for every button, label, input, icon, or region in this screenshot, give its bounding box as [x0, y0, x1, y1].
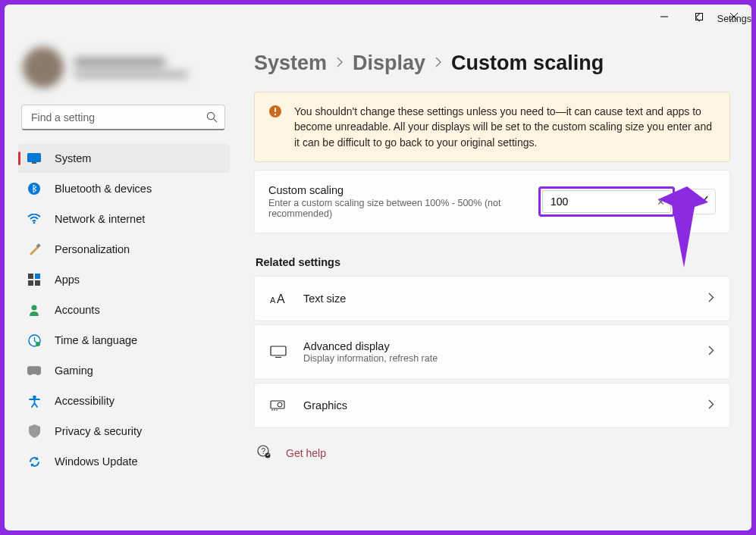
help-label: Get help — [286, 447, 326, 459]
svg-point-21 — [274, 114, 276, 115]
breadcrumb-system[interactable]: System — [254, 52, 327, 75]
svg-rect-12 — [35, 274, 40, 279]
warning-icon — [268, 104, 282, 150]
rel-title: Text size — [303, 293, 692, 305]
get-help-link[interactable]: ? Get help — [254, 431, 730, 475]
svg-rect-6 — [27, 153, 41, 162]
svg-rect-24 — [271, 346, 286, 355]
nav-label: Time & language — [55, 334, 137, 346]
title-bar: Settings — [5, 5, 751, 29]
avatar — [23, 47, 64, 88]
nav-accessibility[interactable]: Accessibility — [18, 386, 230, 415]
back-button[interactable] — [693, 12, 704, 26]
nav-personalization[interactable]: Personalization — [18, 235, 230, 264]
nav-list: System Bluetooth & devices Network & int… — [18, 144, 230, 477]
rel-sub: Display information, refresh rate — [303, 353, 692, 364]
rel-title: Advanced display — [303, 340, 692, 352]
svg-point-17 — [36, 342, 40, 346]
bluetooth-icon — [27, 182, 41, 196]
breadcrumb-display[interactable]: Display — [353, 52, 425, 75]
brush-icon — [27, 242, 41, 256]
svg-rect-20 — [274, 108, 276, 112]
warning-text: You shouldn't change these settings unle… — [294, 104, 716, 150]
search-icon — [206, 111, 218, 126]
nav-label: Network & internet — [55, 213, 145, 225]
gpu-icon — [270, 399, 287, 411]
nav-update[interactable]: Windows Update — [18, 447, 230, 476]
svg-text:A: A — [270, 296, 276, 305]
apply-button[interactable] — [690, 189, 716, 214]
chevron-right-icon — [708, 345, 714, 358]
svg-point-18 — [33, 395, 36, 399]
apps-icon — [27, 273, 41, 286]
chevron-right-icon — [708, 292, 714, 305]
svg-line-5 — [214, 119, 217, 122]
breadcrumb: System Display Custom scaling — [254, 52, 730, 75]
person-icon — [27, 303, 41, 317]
nav-label: Accessibility — [55, 395, 114, 407]
help-icon: ? — [257, 445, 271, 461]
scaling-input-highlight: ✕ — [538, 186, 675, 217]
search-input[interactable] — [21, 105, 225, 130]
accessibility-icon — [27, 394, 41, 408]
monitor-icon — [270, 346, 287, 358]
profile-block[interactable] — [18, 36, 230, 105]
custom-scaling-sub: Enter a custom scaling size between 100%… — [268, 198, 528, 219]
text-size-card[interactable]: AA Text size — [254, 276, 730, 321]
nav-label: Gaming — [55, 364, 93, 377]
related-settings-header: Related settings — [256, 256, 730, 268]
content-area: System Display Custom scaling You should… — [236, 29, 751, 530]
sidebar: System Bluetooth & devices Network & int… — [5, 29, 236, 530]
shield-icon — [27, 424, 41, 438]
nav-label: Windows Update — [55, 455, 138, 468]
chevron-right-icon — [708, 399, 714, 412]
custom-scaling-card: Custom scaling Enter a custom scaling si… — [254, 170, 730, 233]
gamepad-icon — [27, 364, 41, 377]
nav-label: Privacy & security — [55, 425, 142, 437]
nav-label: Personalization — [55, 243, 130, 255]
svg-rect-7 — [32, 162, 36, 164]
graphics-card[interactable]: Graphics — [254, 383, 730, 428]
nav-accounts[interactable]: Accounts — [18, 296, 230, 324]
chevron-right-icon — [336, 57, 343, 70]
text-size-icon: AA — [270, 293, 287, 305]
scaling-input[interactable] — [542, 190, 671, 213]
nav-label: Bluetooth & devices — [55, 183, 152, 195]
check-icon — [698, 194, 709, 208]
advanced-display-card[interactable]: Advanced display Display information, re… — [254, 324, 730, 380]
rel-title: Graphics — [303, 399, 692, 411]
svg-point-9 — [33, 222, 36, 224]
svg-rect-13 — [28, 280, 33, 286]
profile-name — [74, 58, 165, 67]
wifi-icon — [27, 212, 41, 226]
settings-window: Settings — [3, 3, 753, 532]
nav-system[interactable]: System — [18, 144, 230, 173]
clock-icon — [27, 333, 41, 347]
nav-label: Accounts — [55, 304, 100, 316]
app-title: Settings — [717, 14, 751, 24]
warning-card: You shouldn't change these settings unle… — [254, 92, 730, 162]
nav-gaming[interactable]: Gaming — [18, 356, 230, 385]
svg-rect-11 — [28, 274, 33, 279]
nav-time[interactable]: Time & language — [18, 326, 230, 355]
svg-point-27 — [278, 402, 282, 407]
svg-text:A: A — [277, 293, 285, 305]
breadcrumb-current: Custom scaling — [451, 52, 604, 75]
profile-email — [74, 71, 188, 78]
nav-label: Apps — [55, 274, 80, 286]
svg-text:?: ? — [262, 447, 266, 455]
nav-network[interactable]: Network & internet — [18, 205, 230, 233]
nav-bluetooth[interactable]: Bluetooth & devices — [18, 174, 230, 203]
nav-apps[interactable]: Apps — [18, 265, 230, 294]
svg-point-4 — [207, 112, 214, 119]
nav-privacy[interactable]: Privacy & security — [18, 417, 230, 446]
chevron-right-icon — [434, 57, 442, 70]
svg-point-15 — [32, 305, 37, 311]
custom-scaling-title: Custom scaling — [268, 184, 528, 196]
display-icon — [27, 152, 41, 165]
update-icon — [27, 455, 41, 468]
clear-input-button[interactable]: ✕ — [657, 196, 665, 208]
svg-rect-14 — [35, 280, 40, 286]
nav-label: System — [55, 152, 91, 164]
